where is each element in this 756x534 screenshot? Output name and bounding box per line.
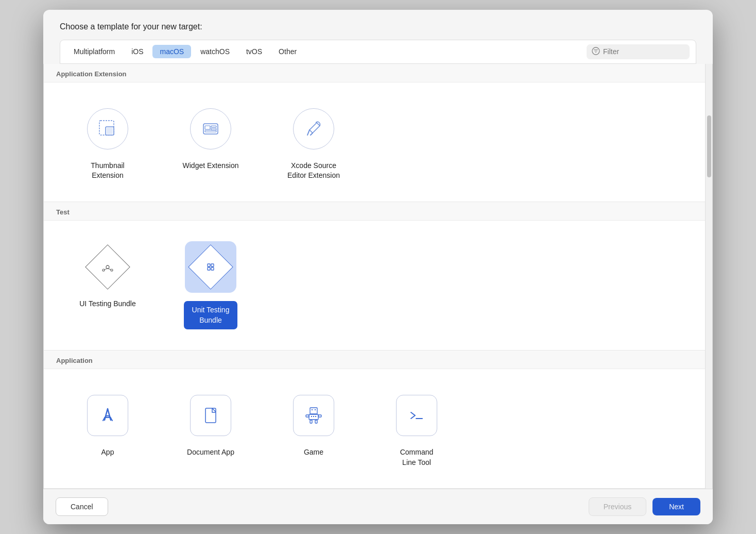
command-line-tool-label: CommandLine Tool [400,447,434,468]
svg-rect-25 [312,409,313,410]
svg-point-14 [106,265,109,269]
previous-button[interactable]: Previous [589,497,646,516]
unit-testing-bundle-label: Unit TestingBundle [184,301,238,329]
template-item-command-line-tool[interactable]: CommandLine Tool [365,381,468,476]
svg-rect-20 [211,264,214,266]
filter-input[interactable] [603,47,675,56]
svg-rect-33 [313,416,314,417]
unit-testing-bundle-icon [190,246,231,288]
game-label: Game [304,447,323,458]
svg-rect-10 [211,128,216,130]
scrollable-content[interactable]: Application Extension [44,64,705,489]
ui-testing-bundle-label: UI Testing Bundle [79,299,135,309]
widget-extension-icon [190,108,231,149]
command-line-tool-icon-wrap [391,390,442,441]
svg-rect-32 [311,416,312,417]
svg-line-17 [104,269,108,270]
svg-rect-34 [315,416,316,417]
app-icon-wrap [82,390,133,441]
dialog-title: Choose a template for your new target: [60,22,696,31]
game-icon-wrap [288,390,339,441]
game-icon [293,395,334,436]
content-area: Application Extension [43,64,713,489]
cancel-button[interactable]: Cancel [56,497,108,516]
footer-right: Previous Next [589,497,700,516]
template-item-app[interactable]: App [56,381,159,476]
svg-rect-26 [315,409,316,410]
section-application: Application [44,351,705,489]
section-application-extension: Application Extension [44,64,705,202]
svg-line-18 [108,269,111,270]
ui-testing-bundle-icon [87,246,128,288]
tab-bar: Multiplatform iOS macOS watchOS tvOS Oth… [60,40,696,64]
svg-rect-6 [107,128,113,134]
unit-testing-bundle-icon-wrap [185,241,236,293]
template-item-game[interactable]: Game [262,381,365,476]
tab-multiplatform[interactable]: Multiplatform [66,45,122,58]
ui-testing-bundle-icon-wrap [82,241,133,293]
dialog-header: Choose a template for your new target: M… [43,10,713,64]
items-grid-test: UI Testing Bundle [44,221,705,350]
svg-rect-11 [205,130,216,132]
section-header-application: Application [44,351,705,369]
section-header-application-extension: Application Extension [44,64,705,82]
widget-extension-label: Widget Extension [183,161,239,171]
svg-rect-24 [310,408,317,414]
thumbnail-extension-icon [87,108,128,149]
section-test: Test [44,202,705,351]
app-label: App [101,447,114,458]
items-grid-application-extension: ThumbnailExtension [44,82,705,202]
command-line-tool-icon [396,395,437,436]
section-header-test: Test [44,202,705,221]
template-chooser-dialog: Choose a template for your new target: M… [43,10,713,525]
svg-rect-19 [208,264,210,266]
items-grid-application: App Doc [44,369,705,488]
svg-rect-30 [310,420,312,423]
filter-input-wrap [587,44,690,59]
tab-watchos[interactable]: watchOS [193,45,237,58]
xcode-source-editor-icon [293,108,334,149]
template-item-xcode-source-editor[interactable]: Xcode SourceEditor Extension [262,95,365,189]
tab-macos[interactable]: macOS [152,45,191,58]
tab-ios[interactable]: iOS [124,45,150,58]
filter-icon [592,47,600,57]
svg-rect-8 [205,126,210,129]
tab-other[interactable]: Other [271,45,304,58]
thumbnail-extension-label: ThumbnailExtension [91,161,124,181]
thumbnail-extension-icon-wrap [82,103,133,155]
template-item-thumbnail-extension[interactable]: ThumbnailExtension [56,95,159,189]
xcode-source-editor-icon-wrap [288,103,339,155]
app-icon [87,395,128,436]
widget-extension-icon-wrap [185,103,236,155]
template-item-ui-testing-bundle[interactable]: UI Testing Bundle [56,233,159,338]
document-app-icon [190,395,231,436]
svg-rect-7 [203,124,218,134]
xcode-source-editor-label: Xcode SourceEditor Extension [287,161,340,181]
svg-rect-31 [315,420,317,423]
filter-area [580,40,696,63]
template-item-unit-testing-bundle[interactable]: Unit TestingBundle [159,233,262,338]
svg-rect-9 [211,126,216,127]
document-app-label: Document App [187,447,234,458]
template-item-document-app[interactable]: Document App [159,381,262,476]
svg-line-13 [311,133,313,135]
document-app-icon-wrap [185,390,236,441]
scrollbar-track[interactable] [705,64,712,489]
tab-tvos[interactable]: tvOS [239,45,269,58]
svg-rect-21 [208,268,210,270]
scrollbar-thumb[interactable] [707,115,711,177]
svg-rect-29 [318,415,321,417]
dialog-footer: Cancel Previous Next [43,489,713,524]
svg-rect-22 [211,268,214,270]
template-item-widget-extension[interactable]: Widget Extension [159,95,262,189]
svg-line-12 [307,130,310,135]
svg-rect-28 [306,415,309,417]
next-button[interactable]: Next [652,498,700,515]
tab-items-container: Multiplatform iOS macOS watchOS tvOS Oth… [60,41,580,62]
